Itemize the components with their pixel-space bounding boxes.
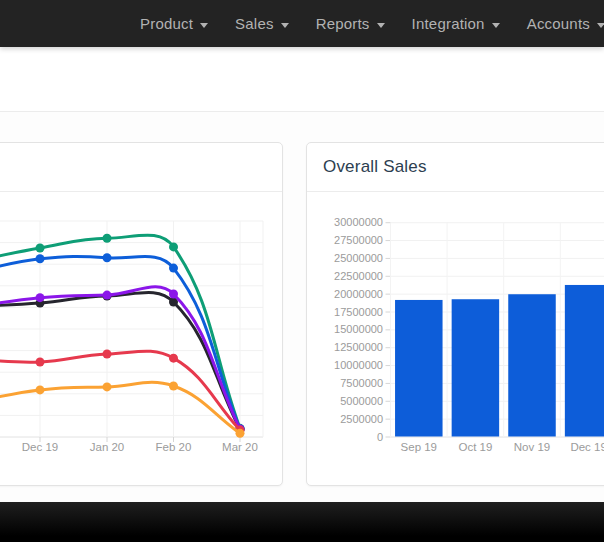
- overall-sales-card-header: Overall Sales: [307, 143, 604, 192]
- product-sales-card-header: [0, 143, 282, 192]
- overall-sales-card: Overall Sales: [306, 142, 604, 486]
- page-footer: [0, 502, 604, 542]
- top-navbar: Product Sales Reports Integration Accoun…: [0, 0, 604, 47]
- dashboard-page: Product Sales Reports Integration Accoun…: [0, 0, 604, 542]
- nav-item-reports[interactable]: Reports: [316, 15, 385, 32]
- nav-item-label: Integration: [412, 15, 485, 32]
- chevron-down-icon: [597, 23, 604, 28]
- nav-item-label: Product: [140, 15, 193, 32]
- product-sales-card: [0, 142, 283, 486]
- nav-item-sales[interactable]: Sales: [235, 15, 289, 32]
- nav-item-accounts[interactable]: Accounts: [527, 15, 604, 32]
- chevron-down-icon: [200, 23, 208, 28]
- chevron-down-icon: [281, 23, 289, 28]
- nav-menu: Product Sales Reports Integration Accoun…: [0, 15, 604, 32]
- nav-item-label: Reports: [316, 15, 370, 32]
- chevron-down-icon: [377, 23, 385, 28]
- nav-item-label: Sales: [235, 15, 274, 32]
- nav-item-integration[interactable]: Integration: [412, 15, 500, 32]
- chevron-down-icon: [492, 23, 500, 28]
- nav-item-label: Accounts: [527, 15, 590, 32]
- nav-item-product[interactable]: Product: [140, 15, 208, 32]
- subheader-band: [0, 47, 604, 112]
- card-title: Overall Sales: [323, 157, 427, 177]
